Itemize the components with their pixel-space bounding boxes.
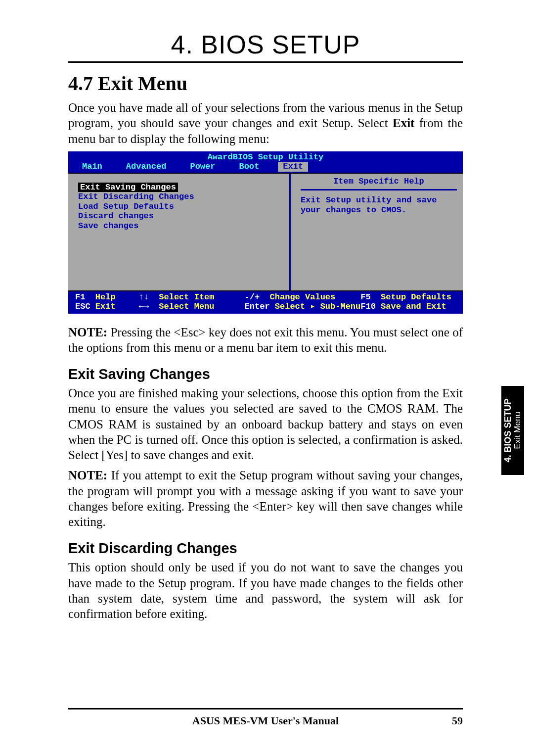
- key-f1: F1: [75, 292, 85, 302]
- key-enter: Enter: [245, 302, 270, 311]
- chapter-title: 4. BIOS SETUP: [68, 30, 463, 63]
- bios-item-exit-discarding[interactable]: Exit Discarding Changes: [78, 192, 283, 202]
- bios-tab-boot[interactable]: Boot: [234, 162, 264, 172]
- bios-tab-advanced[interactable]: Advanced: [121, 162, 172, 172]
- label-setup-defaults: Setup Defaults: [381, 292, 451, 302]
- note-2: NOTE: If you attempt to exit the Setup p…: [68, 468, 463, 529]
- key-esc: ESC: [75, 302, 90, 311]
- intro-bold: Exit: [393, 116, 414, 130]
- bios-help-panel: Item Specific Help Exit Setup utility an…: [289, 174, 463, 290]
- label-change-values: Change Values: [270, 292, 336, 302]
- bios-item-load-defaults[interactable]: Load Setup Defaults: [78, 202, 283, 212]
- subheading-exit-saving: Exit Saving Changes: [68, 366, 463, 382]
- key-f5: F5: [360, 292, 370, 302]
- key-f10: F10: [360, 302, 376, 311]
- bios-screenshot: AwardBIOS Setup Utility Main Advanced Po…: [68, 151, 463, 314]
- side-tab-sub: Exit Menu: [513, 412, 522, 449]
- note-1: NOTE: Pressing the <Esc> key does not ex…: [68, 325, 463, 356]
- label-help: Help: [95, 292, 116, 302]
- label-save-exit: Save and Exit: [381, 302, 446, 311]
- label-select-menu: Select Menu: [159, 302, 214, 311]
- note-1-label: NOTE:: [68, 326, 107, 339]
- note-2-text: If you attempt to exit the Setup program…: [68, 469, 463, 528]
- section-title: 4.7 Exit Menu: [68, 72, 463, 95]
- bios-menu-list: Exit Saving Changes Exit Discarding Chan…: [68, 174, 289, 290]
- para-exit-discarding: This option should only be used if you d…: [68, 560, 463, 621]
- key-plusminus: -/+: [245, 292, 260, 302]
- bios-tab-main[interactable]: Main: [77, 162, 107, 172]
- key-updown: ↑↓: [138, 292, 148, 302]
- label-select-submenu: Select ▸ Sub-Menu: [275, 302, 360, 311]
- side-tab-title: 4. BIOS SETUP: [503, 398, 513, 462]
- note-2-label: NOTE:: [68, 469, 107, 482]
- bios-item-save[interactable]: Save changes: [78, 221, 283, 231]
- bios-tab-exit[interactable]: Exit: [278, 162, 308, 172]
- bios-item-discard[interactable]: Discard changes: [78, 211, 283, 221]
- bios-tab-power[interactable]: Power: [185, 162, 220, 172]
- bios-body: Exit Saving Changes Exit Discarding Chan…: [68, 173, 463, 290]
- bios-footer: F1 Help ↑↓ Select Item -/+ Change Values…: [68, 290, 463, 314]
- subheading-exit-discarding: Exit Discarding Changes: [68, 540, 463, 557]
- para-exit-saving: Once you are finished making your select…: [68, 385, 463, 463]
- page-footer: ASUS MES-VM User's Manual 59: [68, 708, 463, 727]
- note-1-text: Pressing the <Esc> key does not exit thi…: [68, 326, 463, 354]
- bios-title: AwardBIOS Setup Utility: [68, 151, 463, 162]
- label-select-item: Select Item: [159, 292, 214, 302]
- key-leftright: ←→: [138, 302, 148, 311]
- bios-help-title: Item Specific Help: [301, 177, 457, 191]
- bios-item-exit-saving[interactable]: Exit Saving Changes: [78, 183, 178, 192]
- label-exit: Exit: [95, 302, 116, 311]
- bios-help-text: Exit Setup utility and save your changes…: [301, 195, 457, 215]
- intro-paragraph: Once you have made all of your selection…: [68, 100, 463, 146]
- side-tab: 4. BIOS SETUP Exit Menu: [501, 386, 524, 475]
- bios-tab-bar: Main Advanced Power Boot Exit: [68, 162, 463, 173]
- footer-manual-title: ASUS MES-VM User's Manual: [68, 714, 463, 727]
